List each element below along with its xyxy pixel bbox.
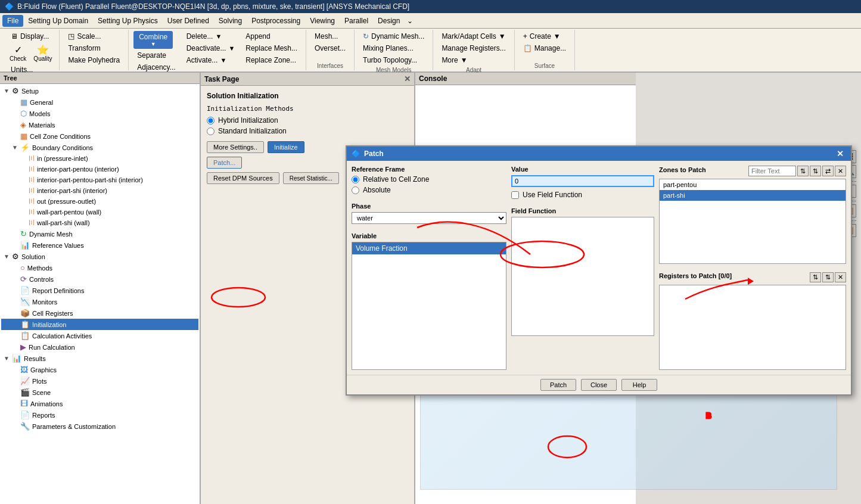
overset-btn[interactable]: Overset... xyxy=(311,43,349,54)
variable-list[interactable]: Volume Fraction xyxy=(352,242,506,370)
tree-item-in[interactable]: 〣 in (pressure-inlet) xyxy=(1,153,198,164)
menu-user-defined[interactable]: User Defined xyxy=(163,15,214,27)
quality-btn[interactable]: ⭐ Quality xyxy=(31,43,54,63)
tree-item-report-definitions[interactable]: 📄 Report Definitions xyxy=(1,285,198,296)
tree-item-setup[interactable]: ▼ ⚙ Setup xyxy=(1,85,198,97)
tree-item-reports[interactable]: 📄 Reports xyxy=(1,409,198,421)
tree-item-monitors[interactable]: 📉 Monitors xyxy=(1,296,198,307)
tree-item-out[interactable]: 〣 out (pressure-outlet) xyxy=(1,196,198,207)
display-btn[interactable]: 🖥 Display... xyxy=(7,31,52,42)
tree-item-general[interactable]: ▦ General xyxy=(1,97,198,108)
menu-viewing[interactable]: Viewing xyxy=(305,15,340,27)
mark-adapt-btn[interactable]: Mark/Adapt Cells ▼ xyxy=(438,31,509,42)
reg-sort-btn[interactable]: ⇅ xyxy=(810,272,821,282)
append-btn[interactable]: Append xyxy=(242,31,301,42)
relative-radio[interactable] xyxy=(352,176,359,183)
zones-btn-4[interactable]: ✕ xyxy=(835,166,846,176)
zones-sort-desc-btn[interactable]: ⇅ xyxy=(810,166,821,176)
replace-zone-btn[interactable]: Replace Zone... xyxy=(242,55,301,66)
mixing-planes-btn[interactable]: Mixing Planes... xyxy=(359,43,417,54)
relative-radio-label[interactable]: Relative to Cell Zone xyxy=(352,175,506,183)
zone-item-part-pentou[interactable]: part-pentou xyxy=(660,179,846,190)
adjacency-btn[interactable]: Adjacency... xyxy=(133,62,179,73)
menu-solving[interactable]: Solving xyxy=(214,15,247,27)
tree-item-reference-values[interactable]: 📊 Reference Values xyxy=(1,239,198,251)
menu-domain[interactable]: Setting Up Domain xyxy=(23,15,93,27)
delete-btn[interactable]: Delete... ▼ xyxy=(183,31,239,42)
manage-surface-btn[interactable]: 📋 Manage... xyxy=(520,43,570,54)
help-dialog-btn[interactable]: Help xyxy=(621,379,657,391)
standard-radio-label[interactable]: Standard Initialization xyxy=(207,127,408,135)
dynamic-mesh-btn[interactable]: ↻ Dynamic Mesh... xyxy=(359,31,428,42)
create-surface-btn[interactable]: + Create ▼ xyxy=(520,31,564,42)
value-input[interactable] xyxy=(511,175,654,187)
absolute-radio-label[interactable]: Absolute xyxy=(352,186,506,194)
check-btn[interactable]: ✓ Check xyxy=(7,43,29,63)
menu-file[interactable]: File xyxy=(2,15,23,27)
zones-sort-asc-btn[interactable]: ⇅ xyxy=(797,166,809,176)
reset-dpm-btn[interactable]: Reset DPM Sources xyxy=(207,172,279,184)
phase-select[interactable]: water xyxy=(352,212,506,224)
activate-btn[interactable]: Activate... ▼ xyxy=(183,55,239,66)
combine-btn[interactable]: Combine ▼ xyxy=(133,31,173,49)
tree-item-cell-registers[interactable]: 📦 Cell Registers xyxy=(1,307,198,319)
task-page-close[interactable]: ✕ xyxy=(404,74,411,83)
hybrid-radio-label[interactable]: Hybrid Initialization xyxy=(207,116,408,125)
tree-item-boundary-conditions[interactable]: ▼ ⚡ Boundary Conditions xyxy=(1,142,198,153)
adapt-more-btn[interactable]: More ▼ xyxy=(438,55,471,66)
close-dialog-btn[interactable]: Close xyxy=(581,379,617,391)
menu-physics[interactable]: Setting Up Physics xyxy=(93,15,163,27)
tree-item-wall-shi[interactable]: 〣 wall-part-shi (wall) xyxy=(1,217,198,228)
tree-item-wall-pentou[interactable]: 〣 wall-part-pentou (wall) xyxy=(1,207,198,217)
tree-item-interior-pentou[interactable]: 〣 interior-part-pentou (interior) xyxy=(1,164,198,175)
tree-toggle-solution[interactable]: ▼ xyxy=(4,253,12,260)
tree-item-initialization[interactable]: 📋 Initialization xyxy=(1,319,198,330)
tree-item-dynamic-mesh[interactable]: ↻ Dynamic Mesh xyxy=(1,228,198,239)
patch-action-btn[interactable]: Patch xyxy=(540,379,576,391)
patch-btn[interactable]: Patch... xyxy=(207,157,242,169)
separate-btn[interactable]: Separate xyxy=(133,50,179,61)
transform-btn[interactable]: Transform xyxy=(64,43,104,54)
tree-item-animations[interactable]: 🎞 Animations xyxy=(1,398,198,409)
manage-registers-btn[interactable]: Manage Registers... xyxy=(438,43,509,54)
reg-sort2-btn[interactable]: ⇅ xyxy=(822,272,834,282)
patch-dialog-close-btn[interactable]: ✕ xyxy=(834,149,846,158)
ribbon-collapse-btn[interactable]: ⌄ xyxy=(407,17,413,25)
reset-statistics-btn[interactable]: Reset Statistic... xyxy=(283,172,339,184)
tree-item-materials[interactable]: ◈ Materials xyxy=(1,119,198,130)
tree-item-graphics[interactable]: 🖼 Graphics xyxy=(1,364,198,375)
tree-item-solution[interactable]: ▼ ⚙ Solution xyxy=(1,251,198,262)
mesh-interface-btn[interactable]: Mesh... xyxy=(311,31,341,42)
tree-item-controls[interactable]: ⟳ Controls xyxy=(1,273,198,285)
tree-item-interior-shi[interactable]: 〣 interior-part-shi (interior) xyxy=(1,185,198,196)
field-fn-list[interactable] xyxy=(511,217,654,336)
scale-btn[interactable]: ◳Scale... xyxy=(64,31,104,42)
zones-filter-input[interactable] xyxy=(748,166,796,176)
make-polyhedra-btn[interactable]: Make Polyhedra xyxy=(64,55,123,66)
variable-item-volume-fraction[interactable]: Volume Fraction xyxy=(352,242,506,254)
tree-item-calc-activities[interactable]: 📋 Calculation Activities xyxy=(1,330,198,341)
zones-btn-3[interactable]: ⇄ xyxy=(822,166,834,176)
absolute-radio[interactable] xyxy=(352,186,359,194)
tree-toggle-results[interactable]: ▼ xyxy=(4,355,12,362)
tree-toggle-bc[interactable]: ▼ xyxy=(12,144,20,151)
initialize-btn[interactable]: Initialize xyxy=(268,141,304,153)
menu-parallel[interactable]: Parallel xyxy=(340,15,373,27)
zones-list[interactable]: part-pentou part-shi xyxy=(659,179,846,264)
tree-toggle-setup[interactable]: ▼ xyxy=(4,88,12,94)
tree-item-interior-pentou-shi[interactable]: 〣 interior-part-pentou-part-shi (interio… xyxy=(1,175,198,185)
menu-design[interactable]: Design xyxy=(373,15,405,27)
tree-content[interactable]: ▼ ⚙ Setup ▦ General ⬡ Models ◈ Materials xyxy=(0,84,200,504)
more-settings-btn[interactable]: More Settings.. xyxy=(207,141,264,153)
tree-item-plots[interactable]: 📈 Plots xyxy=(1,375,198,387)
deactivate-btn[interactable]: Deactivate... ▼ xyxy=(183,43,239,54)
zone-item-part-shi[interactable]: part-shi xyxy=(660,190,846,201)
tree-item-parameters[interactable]: 🔧 Parameters & Customization xyxy=(1,421,198,432)
reg-btn-3[interactable]: ✕ xyxy=(835,272,846,282)
hybrid-radio[interactable] xyxy=(207,117,215,125)
tree-item-models[interactable]: ⬡ Models xyxy=(1,108,198,119)
registers-list[interactable] xyxy=(659,285,846,371)
tree-item-cell-zone[interactable]: ▦ Cell Zone Conditions xyxy=(1,130,198,142)
tree-item-results[interactable]: ▼ 📊 Results xyxy=(1,353,198,364)
standard-radio[interactable] xyxy=(207,127,215,135)
